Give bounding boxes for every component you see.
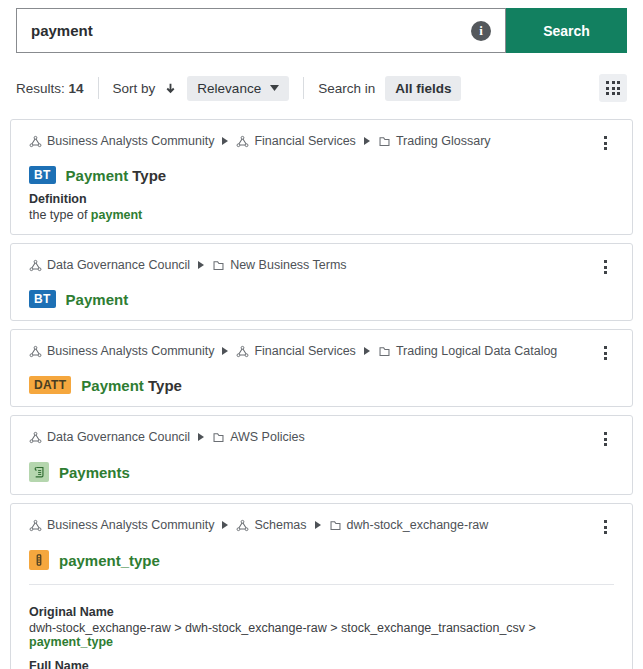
card-header: Business Analysts CommunitySchemasdwh-st… bbox=[29, 516, 614, 538]
detail-sections: Original Namedwh-stock_exchange-raw > dw… bbox=[29, 605, 614, 669]
grid-view-icon[interactable] bbox=[599, 74, 627, 102]
text-part: payment_type bbox=[59, 552, 160, 569]
breadcrumb-separator-icon bbox=[222, 521, 228, 529]
breadcrumb-label: AWS Policies bbox=[230, 430, 305, 444]
results-count: 14 bbox=[69, 81, 84, 96]
sort-direction-icon[interactable] bbox=[164, 82, 177, 95]
asset-type-badge bbox=[29, 550, 49, 570]
sort-by-label: Sort by bbox=[113, 81, 156, 96]
text-part: the type of bbox=[29, 208, 91, 222]
chevron-down-icon bbox=[270, 85, 279, 91]
breadcrumb-item[interactable]: dwh-stock_exchange-raw bbox=[329, 518, 489, 532]
search-in-fields-button[interactable]: All fields bbox=[385, 76, 461, 101]
kebab-menu-button[interactable] bbox=[597, 132, 614, 154]
text-part: Type bbox=[144, 377, 182, 394]
card-header: Data Governance CouncilNew Business Term… bbox=[29, 256, 614, 278]
breadcrumb: Business Analysts CommunitySchemasdwh-st… bbox=[29, 516, 488, 532]
text-part: Payment bbox=[81, 377, 144, 394]
detail-section: Original Namedwh-stock_exchange-raw > dw… bbox=[29, 605, 614, 649]
breadcrumb-label: Trading Logical Data Catalog bbox=[396, 344, 557, 358]
breadcrumb-item[interactable]: Business Analysts Community bbox=[29, 344, 214, 358]
breadcrumb-label: Business Analysts Community bbox=[47, 344, 214, 358]
sort-value-dropdown[interactable]: Relevance bbox=[187, 76, 289, 101]
result-card: Business Analysts CommunityFinancial Ser… bbox=[10, 119, 633, 235]
breadcrumb: Business Analysts CommunityFinancial Ser… bbox=[29, 132, 491, 148]
search-bar: payment i Search bbox=[16, 8, 627, 53]
result-title[interactable]: Payments bbox=[59, 464, 130, 481]
kebab-menu-button[interactable] bbox=[597, 256, 614, 278]
result-title-row: BTPayment bbox=[29, 290, 614, 308]
text-part: Payment bbox=[66, 291, 129, 308]
domain-icon bbox=[329, 519, 342, 532]
domain-icon bbox=[378, 345, 391, 358]
search-button[interactable]: Search bbox=[506, 8, 627, 53]
info-icon[interactable]: i bbox=[471, 21, 491, 41]
community-icon bbox=[236, 135, 249, 148]
breadcrumb-item[interactable]: Financial Services bbox=[236, 134, 355, 148]
results-toolbar: Results: 14 Sort by Relevance Search in … bbox=[16, 74, 627, 102]
domain-icon bbox=[212, 259, 225, 272]
community-icon bbox=[29, 431, 42, 444]
result-title[interactable]: Payment Type bbox=[66, 167, 167, 184]
result-title[interactable]: Payment bbox=[66, 291, 129, 308]
breadcrumb-item[interactable]: AWS Policies bbox=[212, 430, 305, 444]
results-label: Results: bbox=[16, 81, 65, 96]
asset-type-badge: BT bbox=[29, 166, 56, 184]
search-input[interactable]: payment i bbox=[16, 8, 506, 53]
result-title-row: DATTPayment Type bbox=[29, 376, 614, 394]
breadcrumb-separator-icon bbox=[364, 347, 370, 355]
breadcrumb-separator-icon bbox=[315, 521, 321, 529]
text-part: Payment bbox=[66, 167, 129, 184]
community-icon bbox=[29, 135, 42, 148]
breadcrumb-label: Business Analysts Community bbox=[47, 134, 214, 148]
breadcrumb: Business Analysts CommunityFinancial Ser… bbox=[29, 342, 557, 358]
breadcrumb-label: Trading Glossary bbox=[396, 134, 491, 148]
domain-icon bbox=[378, 135, 391, 148]
breadcrumb-separator-icon bbox=[198, 261, 204, 269]
result-card: Data Governance CouncilAWS PoliciesPayme… bbox=[10, 415, 633, 495]
community-icon bbox=[236, 345, 249, 358]
search-in-label: Search in bbox=[318, 81, 375, 96]
text-part: Type bbox=[128, 167, 166, 184]
detail-section: Full Namedwh-stock_exchange-raw > dwh-st… bbox=[29, 659, 614, 669]
breadcrumb-item[interactable]: Business Analysts Community bbox=[29, 518, 214, 532]
community-icon bbox=[29, 519, 42, 532]
column-icon bbox=[32, 553, 46, 567]
breadcrumb-item[interactable]: Trading Glossary bbox=[378, 134, 491, 148]
result-title-row: BTPayment Type bbox=[29, 166, 614, 184]
breadcrumb-item[interactable]: Business Analysts Community bbox=[29, 134, 214, 148]
breadcrumb: Data Governance CouncilAWS Policies bbox=[29, 428, 305, 444]
breadcrumb-label: Data Governance Council bbox=[47, 258, 190, 272]
result-card: Business Analysts CommunityFinancial Ser… bbox=[10, 329, 633, 407]
asset-type-badge: BT bbox=[29, 290, 56, 308]
kebab-menu-button[interactable] bbox=[597, 342, 614, 364]
text-part: Payments bbox=[59, 464, 130, 481]
detail-value: the type of payment bbox=[29, 208, 614, 222]
kebab-menu-button[interactable] bbox=[597, 516, 614, 538]
result-card: Data Governance CouncilNew Business Term… bbox=[10, 243, 633, 321]
breadcrumb-item[interactable]: Trading Logical Data Catalog bbox=[378, 344, 557, 358]
detail-label: Full Name bbox=[29, 659, 614, 669]
breadcrumb-item[interactable]: Schemas bbox=[236, 518, 306, 532]
card-header: Business Analysts CommunityFinancial Ser… bbox=[29, 132, 614, 154]
breadcrumb-separator-icon bbox=[222, 137, 228, 145]
breadcrumb-item[interactable]: New Business Terms bbox=[212, 258, 346, 272]
domain-icon bbox=[212, 431, 225, 444]
breadcrumb-item[interactable]: Financial Services bbox=[236, 344, 355, 358]
result-title-row: Payments bbox=[29, 462, 614, 482]
breadcrumb-separator-icon bbox=[364, 137, 370, 145]
kebab-menu-button[interactable] bbox=[597, 428, 614, 450]
detail-label: Original Name bbox=[29, 605, 614, 619]
detail-value: dwh-stock_exchange-raw > dwh-stock_excha… bbox=[29, 621, 614, 649]
breadcrumb-separator-icon bbox=[222, 347, 228, 355]
breadcrumb-item[interactable]: Data Governance Council bbox=[29, 430, 190, 444]
result-title[interactable]: payment_type bbox=[59, 552, 160, 569]
result-title[interactable]: Payment Type bbox=[81, 377, 182, 394]
card-header: Business Analysts CommunityFinancial Ser… bbox=[29, 342, 614, 364]
breadcrumb-label: New Business Terms bbox=[230, 258, 346, 272]
asset-type-badge: DATT bbox=[29, 376, 71, 394]
breadcrumb-label: Financial Services bbox=[254, 344, 355, 358]
breadcrumb-item[interactable]: Data Governance Council bbox=[29, 258, 190, 272]
sort-value: Relevance bbox=[197, 81, 261, 96]
text-part: payment_type bbox=[29, 635, 113, 649]
